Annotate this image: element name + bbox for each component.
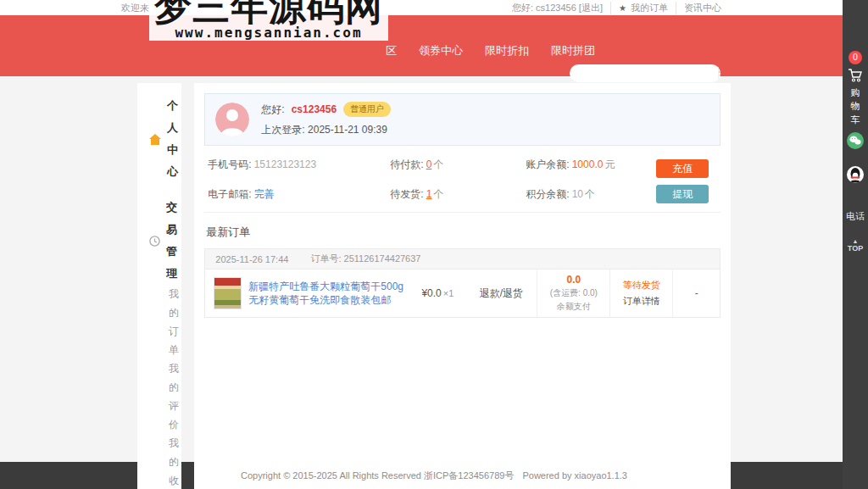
pending-ship-field: 待发货:1个 xyxy=(390,187,526,203)
powered-by-text: Powered by xiaoyao1.1.3 xyxy=(522,470,627,481)
main-nav: 区 领券中心 限时折扣 限时拼团 xyxy=(386,43,595,58)
topbar: 欢迎来 您好: cs123456 [退出] ★ 我的订单 资讯中心 xyxy=(0,0,868,15)
order-table: 2025-11-26 17:44 订单号: 251126174427637 新疆… xyxy=(204,248,721,318)
back-to-top-button[interactable]: ▲ TOP xyxy=(843,237,868,252)
username-value: cs123456 xyxy=(292,103,337,115)
sidebar-item-personal-center[interactable]: 个人中心 xyxy=(149,95,181,183)
sidebar-item-my-reviews[interactable]: 我的评价 xyxy=(149,359,181,434)
email-complete-link[interactable]: 完善 xyxy=(254,188,275,200)
sidebar: 个人中心 交易管理 我的订单 我的评价 我的收藏 退款/退货 财务中心 我的优惠… xyxy=(137,83,181,489)
sidebar-item-my-favorites[interactable]: 我的收藏 xyxy=(149,434,181,489)
nav-item-coupon-center[interactable]: 领券中心 xyxy=(419,43,463,58)
last-login-value: 2025-11-21 09:39 xyxy=(308,124,387,136)
order-row: 新疆特产吐鲁番大颗粒葡萄干500g无籽黄葡萄干免洗即食散装包邮 ¥0.0 ×1 … xyxy=(205,270,720,317)
account-summary: 手机号码:15123123123 待付款:0个 账户余额:1000.0元 电子邮… xyxy=(204,146,721,213)
search-bar: 搜 索 xyxy=(570,64,721,82)
float-toolbar: 0 购物车 电话 ▲ TOP xyxy=(843,0,868,489)
latest-orders-title: 最新订单 xyxy=(206,225,719,240)
username-link[interactable]: cs123456 xyxy=(536,3,576,13)
phone-label[interactable]: 电话 xyxy=(843,210,868,223)
sidebar-group-personal: 个人中心 xyxy=(149,95,181,183)
star-icon: ★ xyxy=(619,3,626,13)
cart-count-badge: 0 xyxy=(849,51,862,64)
my-orders-link[interactable]: 我的订单 xyxy=(631,3,668,13)
order-header-row: 2025-11-26 17:44 订单号: 251126174427637 xyxy=(205,249,720,270)
status-badge: 等待发货 xyxy=(623,279,660,292)
payment-cell: 0.0 (含运费: 0.0) 余额支付 xyxy=(537,270,609,317)
news-center-link[interactable]: 资讯中心 xyxy=(684,3,721,13)
points-field: 积分余额:10个 xyxy=(526,187,656,203)
order-detail-link[interactable]: 订单详情 xyxy=(623,295,660,308)
greeting-label: 您好: xyxy=(261,103,284,117)
pending-pay-count-link[interactable]: 0 xyxy=(426,158,432,170)
logout-link[interactable]: [退出] xyxy=(579,3,603,13)
status-cell: 等待发货 订单详情 xyxy=(609,270,672,317)
order-number: 订单号: 251126174427637 xyxy=(310,253,420,265)
action-cell: - xyxy=(672,270,720,317)
nav-item-flash-discount[interactable]: 限时折扣 xyxy=(485,43,529,58)
nav-item-group-buy[interactable]: 限时拼团 xyxy=(551,43,595,58)
product-title-link[interactable]: 新疆特产吐鲁番大颗粒葡萄干500g无籽黄葡萄干免洗即食散装包邮 xyxy=(248,280,409,307)
search-input[interactable] xyxy=(570,64,718,82)
order-date: 2025-11-26 17:44 xyxy=(215,254,288,264)
recharge-button[interactable]: 充值 xyxy=(656,159,709,178)
copyright-text: Copyright © 2015-2025 All Rights Reserve… xyxy=(241,470,514,482)
up-arrow-icon: ▲ xyxy=(853,238,859,244)
balance-field: 账户余额:1000.0元 xyxy=(526,158,656,174)
user-info-panel: 您好: cs123456 普通用户 上次登录: 2025-11-21 09:39 xyxy=(204,93,721,146)
last-login-label: 上次登录: xyxy=(261,124,304,136)
home-icon xyxy=(149,134,161,145)
order-price: ¥0.0 ×1 xyxy=(409,270,465,317)
main-area: 个人中心 交易管理 我的订单 我的评价 我的收藏 退款/退货 财务中心 我的优惠… xyxy=(0,76,868,462)
product-thumbnail[interactable] xyxy=(214,277,242,309)
refund-return-cell[interactable]: 退款/退货 xyxy=(465,270,537,317)
watermark-title: 梦三年源码网 xyxy=(151,0,387,26)
pending-ship-count-link[interactable]: 1 xyxy=(426,188,432,200)
content-panel: 您好: cs123456 普通用户 上次登录: 2025-11-21 09:39… xyxy=(194,83,731,489)
watermark-overlay: 梦三年源码网 www.mengsannian.com xyxy=(149,0,388,41)
phone-field: 手机号码:15123123123 xyxy=(208,158,390,174)
sidebar-group-trade: 交易管理 我的订单 我的评价 我的收藏 退款/退货 xyxy=(149,197,181,489)
sidebar-item-my-orders[interactable]: 我的订单 xyxy=(149,285,181,359)
qq-icon[interactable] xyxy=(847,166,864,186)
level-badge: 普通用户 xyxy=(343,102,391,117)
watermark-url: www.mengsannian.com xyxy=(151,26,387,39)
wechat-icon[interactable] xyxy=(847,132,864,153)
pending-pay-field: 待付款:0个 xyxy=(390,158,526,174)
avatar xyxy=(215,103,249,136)
site-header: 区 领券中心 限时折扣 限时拼团 搜 索 xyxy=(0,15,868,76)
email-field: 电子邮箱:完善 xyxy=(208,187,390,203)
greeting: 您好: cs123456 [退出] xyxy=(504,2,611,14)
cart-label[interactable]: 购物车 xyxy=(843,86,868,126)
cart-icon[interactable] xyxy=(848,69,863,86)
nav-item-partial[interactable]: 区 xyxy=(386,43,397,58)
withdraw-button[interactable]: 提现 xyxy=(656,185,709,203)
welcome-text: 欢迎来 xyxy=(121,2,149,14)
sidebar-heading-trade: 交易管理 xyxy=(149,197,181,285)
trade-icon xyxy=(149,236,160,247)
